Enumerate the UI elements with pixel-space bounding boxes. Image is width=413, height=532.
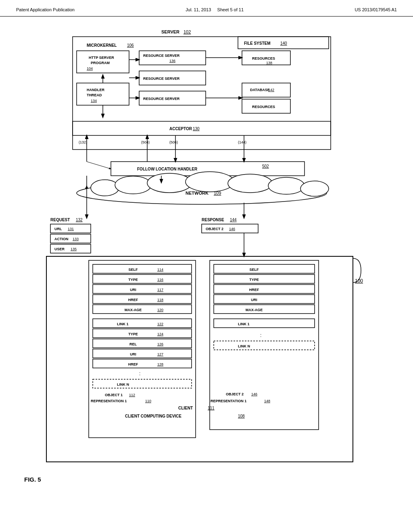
svg-rect-45 bbox=[93, 264, 192, 273]
resource-server3-label: RESOURCE SERVER bbox=[143, 97, 180, 101]
http-server-line1: HTTP SERVER bbox=[89, 56, 114, 60]
page-header: Patent Application Publication Jul. 11, … bbox=[0, 0, 413, 17]
obj1-self-ref: 114 bbox=[157, 268, 163, 272]
obj2-href-label: HREF bbox=[249, 288, 259, 292]
client-ref: 111 bbox=[208, 406, 215, 410]
obj1-href-label: HREF bbox=[128, 298, 138, 302]
server-ref: 102 bbox=[184, 29, 191, 34]
obj1-type2-label: TYPE bbox=[128, 332, 138, 336]
diagram-area: SERVER 102 MICROKERNEL 106 FILE SYSTEM 1… bbox=[0, 17, 413, 489]
header-left: Patent Application Publication bbox=[16, 7, 75, 12]
ref-504-label: (504) bbox=[141, 140, 150, 144]
svg-rect-54 bbox=[93, 359, 192, 368]
svg-point-29 bbox=[228, 174, 272, 193]
svg-rect-57 bbox=[214, 264, 315, 273]
ref-144-label: (144) bbox=[238, 140, 246, 144]
handler-thread-line1: HANDLER bbox=[87, 88, 104, 92]
obj1-uri2-label: URI bbox=[130, 352, 136, 356]
user-label: USER bbox=[54, 247, 65, 251]
svg-rect-52 bbox=[93, 339, 192, 348]
svg-rect-61 bbox=[214, 305, 315, 314]
acceptor-ref: 130 bbox=[193, 127, 200, 131]
svg-marker-36 bbox=[85, 185, 88, 189]
svg-point-28 bbox=[186, 172, 234, 192]
header-right: US 2013/0179545 A1 bbox=[355, 7, 397, 12]
rep2-label: REPRESENTATION 1 bbox=[211, 399, 246, 403]
rep1-label: REPRESENTATION 1 bbox=[91, 399, 127, 403]
obj2-maxage-label: MAX-AGE bbox=[246, 308, 263, 312]
svg-rect-60 bbox=[214, 295, 315, 303]
server-label: SERVER bbox=[161, 29, 179, 34]
obj1-type2-ref: 124 bbox=[157, 332, 163, 336]
follow-location-label: FOLLOW LOCATION HANDLER bbox=[137, 167, 198, 171]
obj2-object-label: OBJECT 2 bbox=[226, 392, 244, 396]
svg-rect-47 bbox=[93, 285, 192, 293]
network-ref: 109 bbox=[214, 191, 221, 195]
resource-server2-label: RESOURCE SERVER bbox=[143, 77, 180, 81]
svg-line-23 bbox=[87, 162, 111, 169]
patent-diagram: SERVER 102 MICROKERNEL 106 FILE SYSTEM 1… bbox=[24, 25, 387, 480]
ref-132-label: (132) bbox=[79, 140, 87, 144]
svg-rect-9 bbox=[77, 83, 129, 105]
svg-rect-63 bbox=[214, 341, 315, 350]
resource-server1-label: RESOURCE SERVER bbox=[143, 54, 180, 58]
svg-rect-59 bbox=[214, 285, 315, 293]
obj1-link1-ref: 122 bbox=[157, 322, 163, 326]
user-ref: 135 bbox=[71, 247, 77, 251]
url-label: URL bbox=[54, 227, 62, 231]
rep1-ref: 110 bbox=[145, 399, 151, 403]
svg-rect-50 bbox=[93, 319, 192, 328]
database-label: DATABASE bbox=[250, 88, 270, 92]
acceptor-label: ACCEPTOR bbox=[169, 127, 192, 131]
svg-point-26 bbox=[115, 176, 151, 194]
rep2-ref: 148 bbox=[264, 399, 270, 403]
svg-point-25 bbox=[91, 180, 119, 196]
obj1-rel-ref: 126 bbox=[157, 342, 163, 346]
network-label: NETWORK bbox=[186, 191, 209, 195]
obj1-dots: : bbox=[139, 371, 140, 376]
obj1-self-label: SELF bbox=[128, 268, 138, 272]
obj2-uri-label: URI bbox=[251, 298, 257, 302]
obj1-uri-label: URI bbox=[130, 288, 136, 292]
resource-server1-ref: 136 bbox=[169, 59, 175, 63]
svg-point-31 bbox=[300, 181, 329, 196]
http-server-line2: PROGRAM bbox=[91, 61, 110, 65]
svg-rect-48 bbox=[93, 295, 192, 303]
svg-rect-49 bbox=[93, 305, 192, 314]
microkernel-ref: 106 bbox=[127, 43, 134, 48]
response-ref: 144 bbox=[230, 218, 237, 222]
handler-thread-line2: THREAD bbox=[87, 93, 102, 97]
obj2-self-label: SELF bbox=[249, 268, 259, 272]
ref-506-label: (506) bbox=[169, 140, 178, 144]
svg-rect-55 bbox=[93, 379, 192, 388]
obj1-uri2-ref: 127 bbox=[157, 352, 163, 356]
http-server-ref: 104 bbox=[87, 66, 93, 71]
svg-point-27 bbox=[147, 173, 192, 193]
object2-response-ref: 146 bbox=[229, 227, 235, 231]
obj2-dots: : bbox=[260, 332, 261, 338]
microkernel-label: MICROKERNEL bbox=[87, 43, 117, 48]
svg-rect-46 bbox=[93, 274, 192, 283]
resources2-label: RESOURCES bbox=[252, 105, 275, 109]
obj1-href-ref: 118 bbox=[157, 298, 163, 302]
obj1-rel-label: REL bbox=[129, 342, 137, 346]
svg-rect-56 bbox=[210, 260, 319, 430]
client-device-ref: 108 bbox=[238, 414, 245, 418]
obj1-type-label: TYPE bbox=[128, 278, 138, 282]
svg-point-30 bbox=[268, 177, 305, 194]
svg-rect-62 bbox=[214, 319, 315, 328]
filesystem-ref: 140 bbox=[280, 41, 287, 46]
obj2-linkn-label: LINK N bbox=[238, 344, 250, 348]
obj2-object-ref: 146 bbox=[251, 392, 257, 396]
date-label: Jul. 11, 2013 bbox=[186, 7, 211, 12]
obj1-link1-label: LINK 1 bbox=[117, 322, 129, 326]
obj1-type-ref: 116 bbox=[157, 278, 163, 282]
handler-thread-ref: 134 bbox=[91, 99, 97, 103]
patent-number: US 2013/0179545 A1 bbox=[355, 7, 397, 12]
obj2-type-label: TYPE bbox=[249, 278, 259, 282]
obj1-href2-ref: 128 bbox=[157, 362, 163, 366]
request-label: REQUEST bbox=[50, 218, 70, 222]
svg-rect-0 bbox=[73, 37, 331, 150]
resources1-label: RESOURCES bbox=[252, 56, 275, 60]
object2-response-label: OBJECT 2 bbox=[206, 227, 223, 231]
